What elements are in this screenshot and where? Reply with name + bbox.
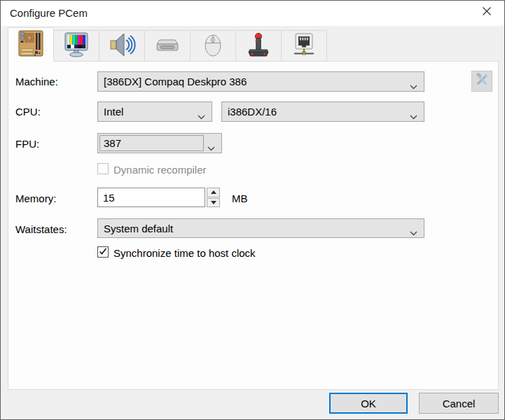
chevron-down-icon (410, 110, 417, 122)
network-icon (290, 31, 318, 62)
tab-joystick[interactable] (235, 30, 282, 62)
chevron-down-icon (198, 110, 205, 122)
configure-machine-button[interactable] (471, 71, 492, 92)
memory-spinner (207, 188, 220, 207)
tab-network[interactable] (281, 30, 327, 62)
dynamic-recompiler-label: Dynamic recompiler (113, 164, 207, 176)
window-title: Configure PCem (10, 7, 88, 19)
ok-button[interactable]: OK (329, 393, 408, 414)
tab-mouse[interactable] (190, 30, 236, 62)
tab-display[interactable] (53, 30, 99, 62)
close-icon (482, 6, 492, 19)
title-bar: Configure PCem (1, 1, 504, 26)
sync-time-checkbox[interactable] (97, 246, 109, 258)
fpu-select[interactable]: 387 (97, 133, 222, 153)
dynamic-recompiler-checkbox[interactable] (97, 163, 109, 174)
memory-spin-down-button[interactable] (207, 198, 220, 208)
tools-icon (475, 73, 489, 90)
tab-sound[interactable] (99, 30, 145, 62)
chevron-down-icon (410, 226, 417, 238)
cpu-label: CPU: (15, 106, 41, 118)
machine-selected-value: [386DX] Compaq Deskpro 386 (104, 76, 247, 88)
memory-label: Memory: (15, 192, 56, 204)
waitstates-selected-value: System default (104, 223, 173, 234)
machine-label: Machine: (15, 76, 58, 88)
focus-rectangle (99, 135, 204, 151)
arrow-up-icon (211, 190, 216, 194)
tab-machine[interactable] (8, 27, 54, 62)
chevron-down-icon (410, 80, 417, 92)
mouse-icon (199, 31, 227, 62)
drive-icon (153, 31, 181, 62)
tab-strip (8, 27, 326, 62)
arrow-down-icon (211, 201, 216, 204)
cpu-model-select[interactable]: i386DX/16 (221, 102, 424, 122)
cpu-model-value: i386DX/16 (228, 106, 277, 118)
memory-spin-up-button[interactable] (207, 188, 220, 197)
tab-drives[interactable] (144, 30, 191, 62)
cancel-button[interactable]: Cancel (419, 393, 499, 414)
waitstates-select[interactable]: System default (97, 218, 424, 238)
waitstates-label: Waitstates: (15, 223, 67, 235)
cpu-vendor-select[interactable]: Intel (97, 102, 212, 122)
check-icon (99, 246, 107, 258)
chevron-down-icon (207, 141, 215, 153)
configure-pcem-dialog: Configure PCem (0, 0, 505, 420)
close-button[interactable] (471, 1, 503, 24)
fpu-label: FPU: (15, 138, 39, 150)
speaker-icon (108, 31, 136, 62)
memory-input[interactable] (97, 188, 205, 207)
cpu-vendor-value: Intel (104, 106, 123, 118)
machine-select[interactable]: [386DX] Compaq Deskpro 386 (97, 71, 424, 92)
memory-unit-label: MB (232, 192, 248, 204)
motherboard-icon (17, 29, 45, 60)
joystick-icon (244, 31, 272, 62)
display-icon (62, 31, 90, 62)
sync-time-label: Synchronize time to host clock (113, 247, 256, 259)
